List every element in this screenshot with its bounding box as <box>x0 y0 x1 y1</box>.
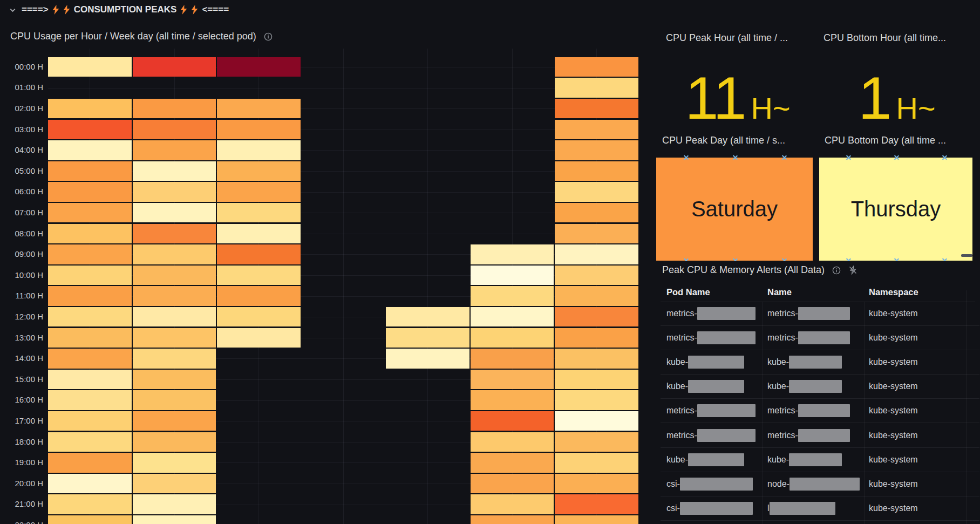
heatmap-cell[interactable] <box>555 99 638 119</box>
info-icon[interactable] <box>832 266 841 275</box>
heatmap-cell[interactable] <box>555 161 638 181</box>
heatmap-cell[interactable] <box>133 349 216 369</box>
chevron-down-icon[interactable] <box>9 6 17 14</box>
table-header-name[interactable]: Name <box>767 287 792 299</box>
heatmap-cell[interactable] <box>48 224 132 244</box>
heatmap-cell[interactable] <box>48 432 132 452</box>
heatmap-cell[interactable] <box>471 494 554 514</box>
heatmap-cell[interactable] <box>555 286 638 306</box>
heatmap-cell[interactable] <box>471 286 554 306</box>
alerts-table-title[interactable]: Peak CPU & Memory Alerts (All Data) <box>662 264 858 276</box>
heatmap-cell[interactable] <box>555 432 638 452</box>
heatmap-cell[interactable] <box>133 182 216 202</box>
heatmap-cell[interactable] <box>471 390 554 410</box>
heatmap-cell[interactable] <box>555 182 638 202</box>
heatmap-cell[interactable] <box>555 328 638 348</box>
heatmap-cell[interactable] <box>471 453 554 473</box>
heatmap-cell[interactable] <box>555 515 638 524</box>
heatmap-cell[interactable] <box>386 307 469 327</box>
heatmap-cell[interactable] <box>555 244 638 264</box>
heatmap-cell[interactable] <box>48 307 132 327</box>
heatmap-cell[interactable] <box>133 203 216 223</box>
heatmap-cell[interactable] <box>217 224 301 244</box>
heatmap-cell[interactable] <box>555 57 638 77</box>
heatmap-cell[interactable] <box>471 515 554 524</box>
heatmap-cell[interactable] <box>133 57 216 77</box>
heatmap-cell[interactable] <box>133 328 216 348</box>
heatmap-cell[interactable] <box>217 203 301 223</box>
heatmap-cell[interactable] <box>555 140 638 160</box>
heatmap-cell[interactable] <box>217 182 301 202</box>
heatmap-cell[interactable] <box>48 99 132 119</box>
heatmap-cell[interactable] <box>48 453 132 473</box>
info-icon[interactable] <box>264 32 273 41</box>
heatmap-cell[interactable] <box>133 224 216 244</box>
heatmap-cell[interactable] <box>555 203 638 223</box>
heatmap-cell[interactable] <box>471 411 554 431</box>
heatmap-cell[interactable] <box>217 307 301 327</box>
heatmap-cell[interactable] <box>133 474 216 494</box>
table-header-namespace[interactable]: Namespace <box>869 287 918 299</box>
heatmap-cell[interactable] <box>555 474 638 494</box>
heatmap-cell[interactable] <box>133 411 216 431</box>
heatmap-cell[interactable] <box>133 432 216 452</box>
heatmap-cell[interactable] <box>133 244 216 264</box>
heatmap-cell[interactable] <box>217 244 301 264</box>
heatmap-cell[interactable] <box>217 120 301 140</box>
heatmap-cell[interactable] <box>217 57 301 77</box>
heatmap-cell[interactable] <box>471 266 554 285</box>
heatmap-cell[interactable] <box>471 370 554 390</box>
heatmap-cell[interactable] <box>133 494 216 514</box>
table-header-pod-name[interactable]: Pod Name <box>666 287 710 299</box>
heatmap-cell[interactable] <box>133 161 216 181</box>
heatmap-cell[interactable] <box>471 432 554 452</box>
heatmap-cell[interactable] <box>133 140 216 160</box>
heatmap-cell[interactable] <box>217 266 301 285</box>
heatmap-cell[interactable] <box>133 286 216 306</box>
heatmap-cell[interactable] <box>555 307 638 327</box>
heatmap-cell[interactable] <box>471 307 554 327</box>
heatmap-cell[interactable] <box>48 286 132 306</box>
heatmap-cell[interactable] <box>48 120 132 140</box>
heatmap-cell[interactable] <box>133 120 216 140</box>
heatmap-cell[interactable] <box>555 349 638 369</box>
cpu-peak-hour-title[interactable]: CPU Peak Hour (all time / ... <box>666 32 788 44</box>
heatmap-cell[interactable] <box>555 120 638 140</box>
heatmap-cell[interactable] <box>217 286 301 306</box>
heatmap-cell[interactable] <box>555 224 638 244</box>
heatmap-cell[interactable] <box>471 244 554 264</box>
heatmap-cell[interactable] <box>133 266 216 285</box>
lightning-slash-icon[interactable] <box>848 266 858 275</box>
heatmap-cell[interactable] <box>48 370 132 390</box>
heatmap-cell[interactable] <box>133 515 216 524</box>
heatmap-cell[interactable] <box>133 307 216 327</box>
heatmap-panel-title[interactable]: CPU Usage per Hour / Week day (all time … <box>10 31 273 42</box>
heatmap-cell[interactable] <box>555 266 638 285</box>
heatmap-cell[interactable] <box>555 78 638 98</box>
heatmap-cell[interactable] <box>217 140 301 160</box>
heatmap-cell[interactable] <box>48 328 132 348</box>
heatmap-cell[interactable] <box>555 453 638 473</box>
heatmap-cell[interactable] <box>217 161 301 181</box>
heatmap-cell[interactable] <box>386 349 469 369</box>
heatmap-cell[interactable] <box>48 57 132 77</box>
cpu-peak-day-title[interactable]: CPU Peak Day (all time / s... <box>662 135 785 146</box>
heatmap-cell[interactable] <box>48 349 132 369</box>
heatmap-cell[interactable] <box>48 411 132 431</box>
heatmap-cell[interactable] <box>48 182 132 202</box>
heatmap-cell[interactable] <box>217 99 301 119</box>
cpu-bottom-day-title[interactable]: CPU Bottom Day (all time ... <box>825 135 946 146</box>
heatmap-cell[interactable] <box>48 474 132 494</box>
heatmap-cell[interactable] <box>133 390 216 410</box>
heatmap-cell[interactable] <box>48 203 132 223</box>
heatmap-cell[interactable] <box>555 370 638 390</box>
heatmap-cell[interactable] <box>48 244 132 264</box>
heatmap-cell[interactable] <box>133 453 216 473</box>
heatmap-cell[interactable] <box>555 494 638 514</box>
heatmap-cell[interactable] <box>48 494 132 514</box>
scrollbar-thumb[interactable] <box>961 254 972 257</box>
heatmap-cell[interactable] <box>555 390 638 410</box>
heatmap-cell[interactable] <box>48 161 132 181</box>
dashboard-row-header[interactable]: ====> CONSUMPTION PEAKS <==== <box>9 3 229 17</box>
heatmap-cell[interactable] <box>471 349 554 369</box>
